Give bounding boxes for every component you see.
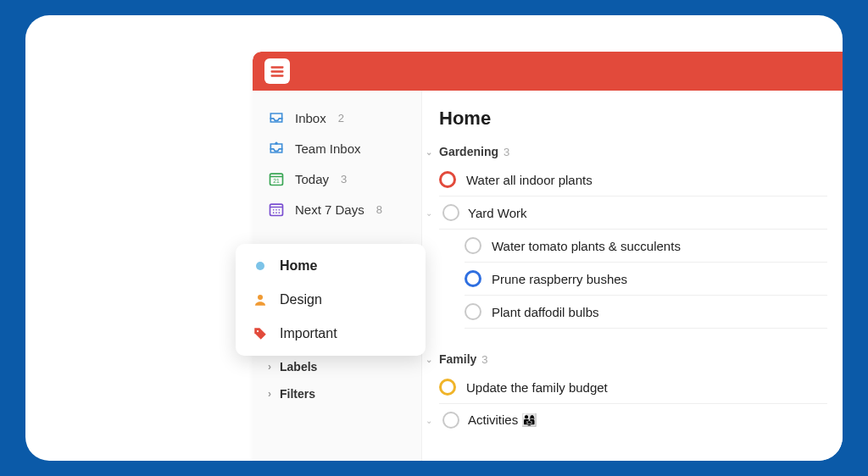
svg-rect-2: [271, 75, 284, 77]
favorite-item-design[interactable]: Design: [236, 283, 426, 317]
section-header-gardening[interactable]: ⌄ Gardening 3: [426, 145, 827, 158]
section-label: Gardening: [439, 145, 498, 158]
section-label: Family: [439, 352, 476, 366]
sidebar-count: 2: [338, 112, 344, 125]
task-row-with-subtasks[interactable]: ⌄ Activities 👨‍👩‍👧: [439, 404, 827, 436]
sidebar-count: 3: [341, 173, 347, 185]
chevron-down-icon: ⌄: [426, 416, 434, 425]
task-title: Prune raspberry bushes: [492, 272, 627, 286]
task-title: Water all indoor plants: [466, 173, 593, 187]
favorite-label: Design: [280, 292, 322, 307]
task-title: Yard Work: [468, 206, 526, 220]
section-count: 3: [481, 353, 487, 366]
svg-point-10: [273, 212, 275, 213]
tag-icon: [253, 326, 268, 341]
svg-point-11: [275, 212, 277, 213]
next7-icon: [268, 201, 285, 218]
svg-point-12: [279, 212, 281, 213]
favorite-item-important[interactable]: Important: [236, 317, 426, 351]
svg-text:21: 21: [273, 178, 280, 184]
chevron-down-icon: ⌄: [426, 355, 434, 364]
chevron-down-icon: ⌄: [426, 147, 434, 157]
task-title: Update the family budget: [466, 380, 608, 395]
svg-rect-0: [271, 66, 284, 69]
sidebar-section-filters[interactable]: › Filters: [253, 379, 421, 406]
subtask-row[interactable]: Plant daffodil bulbs: [465, 296, 827, 329]
priority-checkbox-icon[interactable]: [439, 171, 456, 188]
page-title: Home: [439, 108, 827, 130]
chevron-down-icon: ⌄: [426, 208, 434, 218]
section-header-family[interactable]: ⌄ Family 3: [426, 352, 827, 366]
task-row[interactable]: Water all indoor plants: [439, 163, 827, 196]
sidebar-item-inbox[interactable]: Inbox 2: [253, 102, 421, 133]
app-top-bar: [253, 52, 843, 91]
favorite-label: Home: [280, 258, 317, 274]
svg-point-8: [275, 209, 277, 211]
inbox-icon: [268, 109, 285, 126]
sidebar-item-team-inbox[interactable]: Team Inbox: [253, 133, 421, 163]
sidebar-label: Inbox: [295, 111, 326, 125]
favorite-label: Important: [280, 326, 337, 341]
sidebar-section-label: Filters: [280, 387, 315, 401]
team-inbox-icon: [268, 140, 285, 157]
favorite-item-home[interactable]: Home: [236, 249, 426, 283]
svg-point-13: [258, 295, 263, 300]
main-content: Home ⌄ Gardening 3 Water all indoor plan…: [422, 91, 843, 461]
sidebar-item-next-7-days[interactable]: Next 7 Days 8: [253, 194, 421, 224]
sidebar-label: Today: [295, 172, 329, 186]
priority-checkbox-icon[interactable]: [439, 379, 456, 396]
project-dot-icon: [253, 258, 268, 274]
svg-point-9: [279, 209, 281, 211]
task-title: Plant daffodil bulbs: [492, 305, 598, 319]
task-title: Water tomato plants & succulents: [492, 239, 681, 253]
task-title: Activities 👨‍👩‍👧: [468, 412, 537, 428]
checkbox-icon[interactable]: [442, 204, 459, 221]
screenshot-frame: Inbox 2 Team Inbox 21 Today 3: [25, 15, 843, 461]
sidebar-section-label: Labels: [280, 360, 317, 374]
svg-point-7: [273, 209, 275, 211]
svg-point-3: [275, 142, 277, 145]
subtask-row[interactable]: Prune raspberry bushes: [465, 263, 827, 296]
subtask-row[interactable]: Water tomato plants & succulents: [465, 230, 827, 263]
section-count: 3: [504, 146, 509, 158]
chevron-right-icon: ›: [268, 388, 271, 400]
sidebar-label: Next 7 Days: [295, 202, 364, 217]
chevron-right-icon: ›: [268, 361, 271, 373]
app-logo-icon: [264, 58, 290, 84]
sidebar-item-today[interactable]: 21 Today 3: [253, 163, 421, 194]
svg-rect-1: [271, 70, 284, 73]
task-row[interactable]: Update the family budget: [439, 371, 827, 404]
checkbox-icon[interactable]: [442, 412, 459, 429]
task-row-with-subtasks[interactable]: ⌄ Yard Work: [439, 196, 827, 230]
priority-checkbox-icon[interactable]: [465, 270, 481, 287]
favorites-popup: Home Design Important: [236, 244, 426, 356]
svg-point-14: [257, 330, 259, 332]
sidebar-label: Team Inbox: [295, 141, 361, 156]
sidebar-count: 8: [376, 203, 382, 216]
checkbox-icon[interactable]: [465, 303, 481, 320]
checkbox-icon[interactable]: [465, 237, 481, 254]
person-icon: [253, 292, 268, 307]
today-icon: 21: [268, 170, 285, 187]
